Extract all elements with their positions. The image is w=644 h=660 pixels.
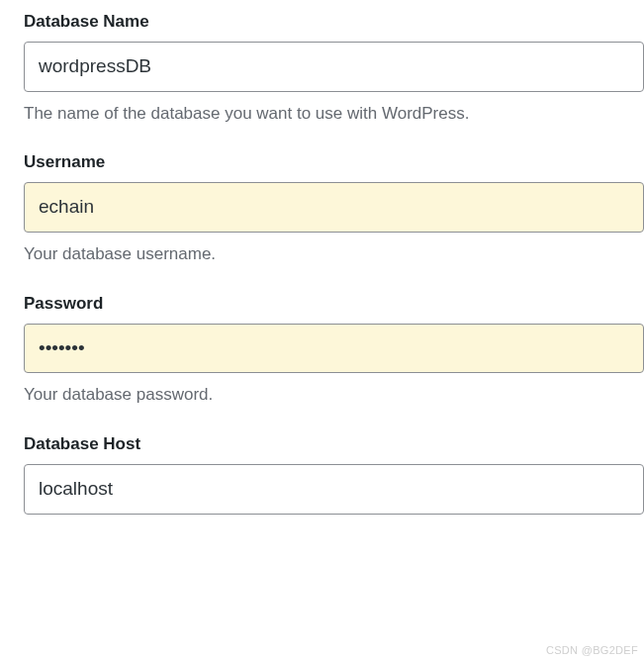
database-name-label: Database Name bbox=[24, 12, 644, 32]
password-description: Your database password. bbox=[24, 383, 644, 407]
username-label: Username bbox=[24, 152, 644, 172]
database-host-field: Database Host bbox=[24, 434, 644, 515]
database-name-description: The name of the database you want to use… bbox=[24, 102, 644, 126]
username-input[interactable] bbox=[24, 182, 644, 233]
database-host-label: Database Host bbox=[24, 434, 644, 454]
password-input[interactable] bbox=[24, 324, 644, 374]
database-name-field: Database Name The name of the database y… bbox=[24, 12, 644, 125]
password-field: Password Your database password. bbox=[24, 294, 644, 407]
watermark-text: CSDN @BG2DEF bbox=[546, 644, 638, 656]
database-name-input[interactable] bbox=[24, 42, 644, 92]
username-field: Username Your database username. bbox=[24, 152, 644, 265]
database-host-input[interactable] bbox=[24, 464, 644, 515]
username-description: Your database username. bbox=[24, 242, 644, 266]
password-label: Password bbox=[24, 294, 644, 314]
